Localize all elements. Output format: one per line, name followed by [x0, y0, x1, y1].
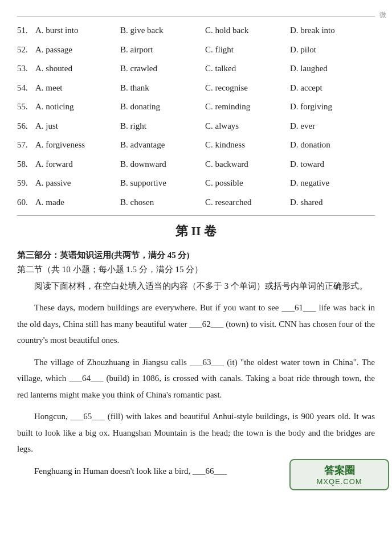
mcq-option-b: B. give back: [120, 23, 205, 38]
mcq-option-b: B. crawled: [120, 62, 205, 76]
mcq-option-b: B. advantage: [120, 138, 205, 153]
mcq-num: 56.: [17, 119, 35, 134]
mcq-option-c: C. always: [205, 119, 290, 134]
mcq-option-b: B. donating: [120, 100, 205, 114]
mcq-option-b: B. downward: [120, 157, 205, 172]
mcq-option-a: A. just: [35, 119, 120, 134]
watermark-subtitle: MXQE.COM: [296, 477, 382, 486]
mcq-option-c: C. flight: [205, 43, 290, 58]
watermark-box: 答案圈 MXQE.COM: [289, 459, 389, 490]
mcq-num: 59.: [17, 176, 35, 191]
mcq-row: 53. A. shouted B. crawled C. talked D. l…: [17, 62, 375, 76]
mcq-option-d: D. break into: [290, 23, 375, 38]
mcq-row: 54. A. meet B. thank C. recognise D. acc…: [17, 81, 375, 96]
mcq-option-b: B. thank: [120, 81, 205, 96]
mcq-option-c: C. reminding: [205, 100, 290, 114]
mcq-option-a: A. forward: [35, 157, 120, 172]
mcq-section: 51. A. burst into B. give back C. hold b…: [17, 23, 375, 210]
mcq-row: 60. A. made B. chosen C. researched D. s…: [17, 195, 375, 210]
mcq-option-a: A. shouted: [35, 62, 120, 76]
mcq-option-d: D. forgiving: [290, 100, 375, 114]
mcq-option-c: C. recognise: [205, 81, 290, 96]
mcq-option-a: A. meet: [35, 81, 120, 96]
mid-divider: [17, 215, 375, 216]
watermark-title: 答案圈: [296, 464, 382, 477]
mcq-option-a: A. noticing: [35, 100, 120, 114]
mcq-option-c: C. possible: [205, 176, 290, 191]
mcq-num: 54.: [17, 81, 35, 96]
mcq-num: 55.: [17, 100, 35, 114]
mcq-option-d: D. donation: [290, 138, 375, 153]
mcq-option-d: D. pilot: [290, 43, 375, 58]
mcq-num: 52.: [17, 43, 35, 58]
mcq-option-a: A. passive: [35, 176, 120, 191]
mcq-option-c: C. backward: [205, 157, 290, 172]
mcq-row: 57. A. forgiveness B. advantage C. kindn…: [17, 138, 375, 153]
mcq-option-b: B. right: [120, 119, 205, 134]
passage-paragraph: These days, modern buildings are everywh…: [17, 300, 375, 349]
mcq-option-c: C. researched: [205, 195, 290, 210]
section2-subtitle: 第二节（共 10 小题；每小题 1.5 分，满分 15 分）: [17, 264, 375, 275]
mcq-option-d: D. toward: [290, 157, 375, 172]
mcq-option-a: A. burst into: [35, 23, 120, 38]
mcq-option-b: B. supportive: [120, 176, 205, 191]
mcq-option-c: C. hold back: [205, 23, 290, 38]
passage-paragraph: The village of Zhouzhuang in Jiangsu cal…: [17, 354, 375, 403]
mcq-row: 59. A. passive B. supportive C. possible…: [17, 176, 375, 191]
mcq-option-d: D. shared: [290, 195, 375, 210]
instruction: 阅读下面材料，在空白处填入适当的内容（不多于 3 个单词）或括号内单词的正确形式…: [17, 278, 375, 294]
page-container: 微 51. A. burst into B. give back C. hold…: [0, 0, 392, 496]
top-divider: [17, 16, 375, 17]
mcq-option-d: D. laughed: [290, 62, 375, 76]
mcq-option-a: A. made: [35, 195, 120, 210]
mcq-option-a: A. forgiveness: [35, 138, 120, 153]
mcq-row: 52. A. passage B. airport C. flight D. p…: [17, 43, 375, 58]
mcq-option-d: D. negative: [290, 176, 375, 191]
part3-title: 第三部分：英语知识运用(共两节，满分 45 分): [17, 250, 375, 261]
mcq-option-d: D. accept: [290, 81, 375, 96]
mcq-row: 51. A. burst into B. give back C. hold b…: [17, 23, 375, 38]
mcq-option-c: C. kindness: [205, 138, 290, 153]
mcq-num: 53.: [17, 62, 35, 76]
passage-paragraph: Hongcun, ___65___ (fill) with lakes and …: [17, 408, 375, 457]
mcq-num: 58.: [17, 157, 35, 172]
paragraphs-container: These days, modern buildings are everywh…: [17, 300, 375, 479]
mcq-num: 51.: [17, 23, 35, 38]
section2-title: 第 II 卷: [17, 223, 375, 240]
mcq-num: 57.: [17, 138, 35, 153]
mcq-row: 56. A. just B. right C. always D. ever: [17, 119, 375, 134]
mcq-option-b: B. airport: [120, 43, 205, 58]
mcq-option-b: B. chosen: [120, 195, 205, 210]
mcq-option-a: A. passage: [35, 43, 120, 58]
mcq-row: 55. A. noticing B. donating C. reminding…: [17, 100, 375, 114]
mcq-num: 60.: [17, 195, 35, 210]
mcq-option-d: D. ever: [290, 119, 375, 134]
mcq-row: 58. A. forward B. downward C. backward D…: [17, 157, 375, 172]
mcq-option-c: C. talked: [205, 62, 290, 76]
